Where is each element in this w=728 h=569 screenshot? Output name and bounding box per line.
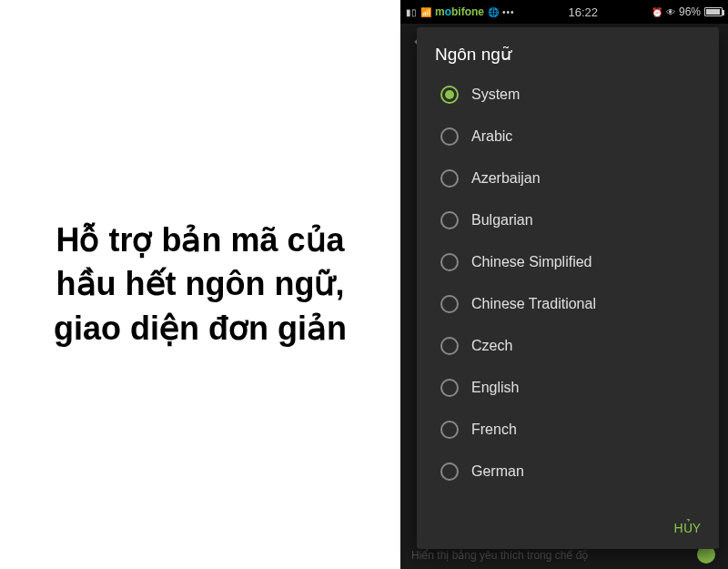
radio-icon [440, 462, 459, 481]
globe-icon: 🌐 [488, 7, 499, 17]
status-right: ⏰ 👁 96% [652, 5, 723, 18]
dots-icon: ••• [502, 7, 515, 17]
signal-icon: ▮▯ [406, 7, 417, 17]
battery-icon [704, 7, 723, 16]
radio-icon [440, 337, 459, 355]
language-option[interactable]: Chinese Simplified [435, 241, 701, 283]
language-option[interactable]: Czech [435, 325, 701, 367]
language-label: Chinese Simplified [471, 254, 592, 270]
language-label: Azerbaijan [471, 170, 541, 187]
language-label: Czech [471, 338, 512, 354]
cancel-button[interactable]: HỦY [674, 521, 701, 535]
description-panel: Hỗ trợ bản mã của hầu hết ngôn ngữ, giao… [0, 0, 400, 569]
language-label: English [471, 380, 519, 396]
language-list[interactable]: SystemArabicAzerbaijanBulgarianChinese S… [417, 74, 719, 509]
language-option[interactable]: English [435, 367, 701, 409]
status-left: ▮▯ 📶 mobifone 🌐 ••• [406, 5, 515, 18]
language-option[interactable]: Arabic [435, 116, 701, 157]
language-option[interactable]: French [435, 409, 701, 451]
status-bar: ▮▯ 📶 mobifone 🌐 ••• 16:22 ⏰ 👁 96% [400, 0, 728, 24]
carrier-logo: mobifone [435, 5, 484, 18]
language-option[interactable]: Azerbaijan [435, 157, 701, 199]
radio-icon [440, 211, 459, 229]
language-option[interactable]: Bulgarian [435, 199, 701, 241]
background-hint: Hiển thị bảng yêu thích trong chế độ [411, 549, 588, 562]
battery-percent: 96% [679, 5, 701, 18]
data-icon: 📶 [420, 7, 431, 17]
language-label: Chinese Traditional [471, 296, 596, 312]
language-label: Arabic [471, 128, 512, 145]
radio-icon [440, 169, 459, 188]
dialog-title: Ngôn ngữ [417, 27, 719, 74]
language-label: French [471, 422, 517, 438]
radio-icon [440, 295, 459, 313]
language-label: System [471, 86, 520, 103]
language-label: Bulgarian [471, 212, 533, 229]
phone-frame: ▮▯ 📶 mobifone 🌐 ••• 16:22 ⏰ 👁 96% Hiển t… [400, 0, 728, 569]
radio-icon [440, 127, 459, 146]
dialog-actions: HỦY [417, 509, 719, 549]
radio-icon [440, 421, 459, 439]
language-dialog: Ngôn ngữ SystemArabicAzerbaijanBulgarian… [417, 27, 719, 549]
radio-icon [440, 379, 459, 397]
language-option[interactable]: German [435, 451, 701, 493]
radio-icon [440, 253, 459, 271]
description-text: Hỗ trợ bản mã của hầu hết ngôn ngữ, giao… [27, 218, 373, 351]
eye-icon: 👁 [666, 7, 675, 17]
language-label: German [471, 463, 524, 480]
language-option[interactable]: System [435, 74, 701, 116]
alarm-icon: ⏰ [652, 7, 662, 17]
clock: 16:22 [568, 5, 598, 19]
language-option[interactable]: Chinese Traditional [435, 283, 701, 325]
radio-selected-icon [440, 86, 459, 104]
